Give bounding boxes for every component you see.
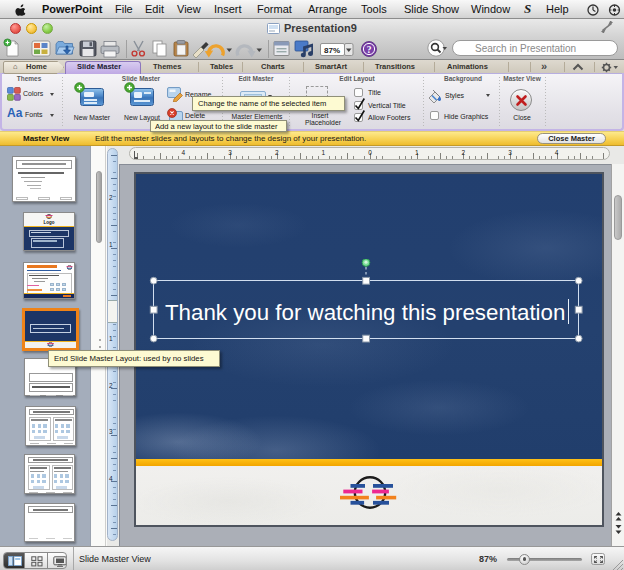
svg-text:?: ? [367,45,372,55]
svg-text:87%: 87% [324,46,340,55]
